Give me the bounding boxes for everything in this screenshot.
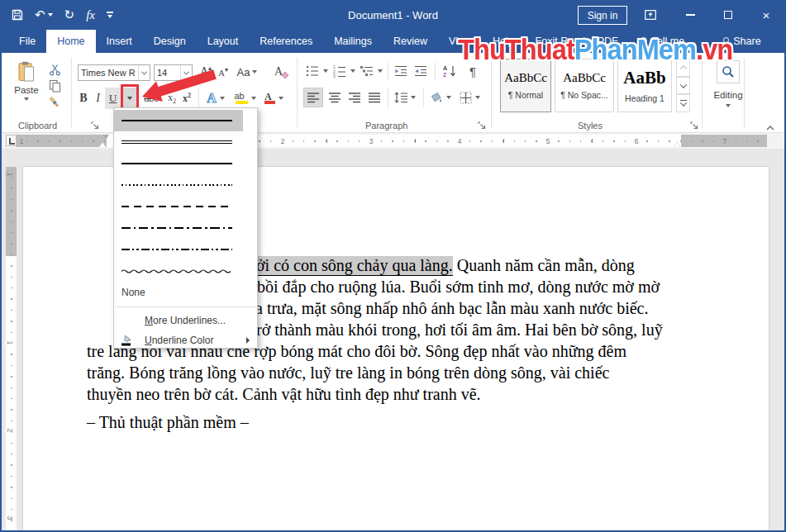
minimize-button[interactable] bbox=[678, 0, 703, 30]
underline-style-dotted[interactable] bbox=[114, 174, 257, 196]
underline-style-dash-dot[interactable] bbox=[114, 217, 257, 239]
undo-icon[interactable]: ↶ bbox=[35, 7, 53, 22]
first-line-indent-marker[interactable] bbox=[102, 135, 109, 140]
redo-icon[interactable]: ↻ bbox=[64, 7, 75, 22]
numbering-button[interactable]: 123 bbox=[331, 63, 349, 79]
style-heading1[interactable]: AaBb Heading 1 bbox=[617, 59, 672, 112]
numbering-dropdown-icon[interactable] bbox=[349, 63, 357, 79]
underline-color-item[interactable]: Underline Color bbox=[114, 330, 257, 350]
tab-references[interactable]: References bbox=[249, 30, 323, 53]
sign-in-button[interactable]: Sign in bbox=[578, 6, 627, 25]
tab-design[interactable]: Design bbox=[143, 30, 197, 53]
svg-text:A: A bbox=[443, 65, 447, 71]
tab-file[interactable]: File bbox=[8, 30, 46, 53]
decrease-indent-button[interactable] bbox=[392, 63, 410, 79]
document-line: ởi có con sông chảy qua làng. Quanh năm … bbox=[256, 254, 635, 276]
decrease-indent-icon bbox=[394, 64, 407, 78]
hanging-indent-marker[interactable] bbox=[99, 142, 106, 147]
underline-style-menu: None More Underlines... Underline Color … bbox=[113, 107, 258, 349]
copy-button[interactable] bbox=[45, 78, 64, 94]
format-painter-button[interactable] bbox=[45, 94, 64, 111]
paste-dropdown-icon[interactable] bbox=[24, 97, 29, 101]
numbered-list-icon: 123 bbox=[333, 64, 346, 78]
tab-mailings[interactable]: Mailings bbox=[323, 30, 383, 53]
underline-style-none[interactable]: None bbox=[114, 282, 257, 303]
save-icon[interactable] bbox=[12, 9, 23, 21]
shading-button[interactable] bbox=[428, 88, 453, 107]
menu-separator bbox=[115, 306, 256, 307]
group-separator bbox=[702, 58, 703, 128]
bullets-dropdown-icon[interactable] bbox=[322, 63, 330, 79]
document-line: trăng. Bóng trăng lồng vào nước, luỹ tre… bbox=[87, 362, 609, 383]
align-right-icon bbox=[349, 93, 361, 103]
align-left-button[interactable] bbox=[303, 88, 323, 107]
justify-button[interactable] bbox=[364, 88, 384, 107]
justify-icon bbox=[369, 93, 381, 103]
paragraph-dialog-launcher-icon[interactable] bbox=[478, 121, 487, 131]
bullet-list-icon bbox=[306, 64, 319, 78]
paste-button[interactable]: Paste bbox=[8, 58, 45, 114]
styles-dialog-launcher-icon[interactable] bbox=[690, 121, 699, 131]
bullets-button[interactable] bbox=[303, 63, 322, 79]
font-color-button[interactable]: A bbox=[260, 88, 285, 109]
underline-style-dash-dot-dot[interactable] bbox=[114, 239, 257, 260]
underline-style-thick[interactable] bbox=[114, 153, 257, 174]
styles-more-button[interactable] bbox=[676, 94, 690, 112]
document-title: Document1 - Word bbox=[348, 0, 438, 30]
undo-dropdown-icon[interactable] bbox=[48, 13, 53, 17]
tab-insert[interactable]: Insert bbox=[96, 30, 143, 53]
tab-stop-selector[interactable] bbox=[6, 135, 17, 146]
collapse-ribbon-icon[interactable] bbox=[766, 122, 774, 128]
underline-button[interactable]: U bbox=[105, 88, 121, 109]
selected-underlined-text: ởi có con sông chảy qua làng. bbox=[256, 256, 453, 276]
underline-color-icon bbox=[121, 334, 132, 349]
tab-layout[interactable]: Layout bbox=[197, 30, 250, 53]
paintbrush-icon bbox=[48, 96, 61, 109]
more-underlines-item[interactable]: More Underlines... bbox=[114, 311, 257, 330]
styles-scroll-down-button[interactable] bbox=[676, 77, 690, 95]
clipboard-dialog-launcher-icon[interactable] bbox=[91, 121, 100, 131]
ribbon-display-options-icon[interactable] bbox=[638, 0, 663, 30]
ruler-ticks bbox=[11, 167, 12, 532]
text-highlight-button[interactable]: ab bbox=[231, 88, 259, 109]
line-spacing-button[interactable] bbox=[392, 88, 418, 107]
borders-button[interactable] bbox=[456, 88, 483, 107]
ruler-number: 6 bbox=[634, 137, 638, 145]
font-name-value: Times New R bbox=[79, 68, 138, 78]
ruler-half-tick bbox=[415, 139, 416, 143]
align-left-icon bbox=[307, 93, 320, 103]
tab-home[interactable]: Home bbox=[46, 30, 95, 53]
underline-style-double[interactable] bbox=[114, 131, 257, 153]
align-center-button[interactable] bbox=[325, 88, 345, 107]
increase-indent-icon bbox=[414, 64, 427, 78]
tab-review[interactable]: Review bbox=[383, 30, 438, 53]
underline-style-single[interactable] bbox=[114, 110, 243, 131]
underline-style-wavy[interactable] bbox=[114, 260, 257, 282]
font-color-bar bbox=[264, 101, 275, 104]
insert-function-icon[interactable]: fx bbox=[86, 8, 95, 22]
quick-access-toolbar: ↶ ↻ fx bbox=[12, 0, 113, 30]
clear-formatting-button[interactable]: A bbox=[271, 63, 293, 81]
bold-button[interactable]: B bbox=[76, 88, 91, 109]
underline-style-dashed[interactable] bbox=[114, 196, 257, 217]
change-case-button[interactable]: Aa bbox=[235, 63, 260, 81]
borders-icon bbox=[460, 92, 472, 104]
close-button[interactable]: × bbox=[754, 0, 779, 30]
italic-button[interactable]: I bbox=[92, 88, 104, 109]
cut-button[interactable] bbox=[45, 61, 64, 78]
right-indent-marker[interactable] bbox=[674, 142, 680, 147]
maximize-button[interactable] bbox=[716, 0, 741, 30]
increase-indent-button[interactable] bbox=[412, 63, 430, 79]
document-line: bồi đắp cho ruộng lúa. Buổi sớm tinh mơ,… bbox=[257, 276, 660, 297]
ruler-half-tick bbox=[503, 139, 504, 143]
multilevel-list-button[interactable] bbox=[358, 63, 376, 79]
paragraph-group-label: Paragraph bbox=[365, 121, 407, 131]
customize-qat-icon[interactable] bbox=[107, 12, 113, 18]
align-right-button[interactable] bbox=[345, 88, 364, 107]
style-no-spacing[interactable]: AaBbCc ¶ No Spac... bbox=[555, 59, 614, 112]
menu-resize-grip[interactable]: ···· bbox=[114, 350, 257, 357]
vertical-ruler[interactable]: 1 1 2 3 bbox=[6, 167, 17, 532]
style-normal[interactable]: AaBbCc ¶ Normal bbox=[500, 59, 551, 112]
multilevel-dropdown-icon[interactable] bbox=[376, 63, 384, 79]
align-center-icon bbox=[329, 93, 341, 103]
